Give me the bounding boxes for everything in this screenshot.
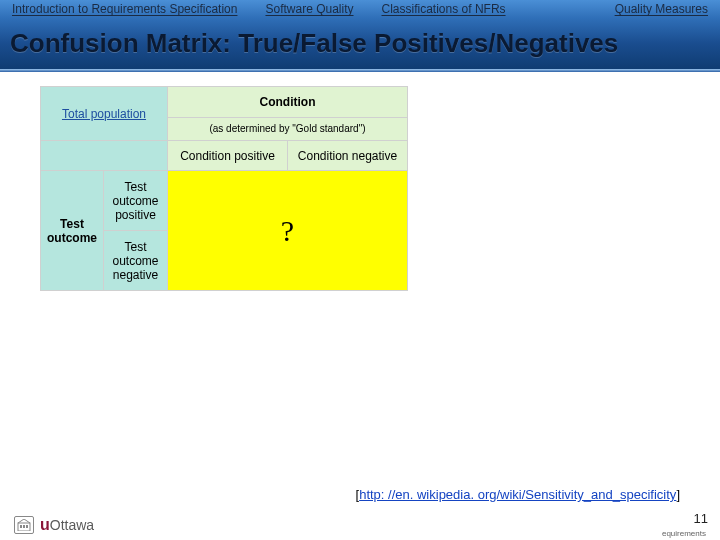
building-icon (14, 516, 34, 534)
university-logo: uOttawa (14, 516, 94, 534)
cell-unknown-quadrants: ? (168, 171, 408, 291)
cell-test-positive: Test outcome positive (104, 171, 168, 231)
tab-nfrs[interactable]: Classifications of NFRs (382, 2, 506, 16)
slide-title: Confusion Matrix: True/False Positives/N… (10, 28, 710, 59)
logo-text: Ottawa (50, 517, 94, 533)
nav-tabs: Introduction to Requirements Specificati… (0, 0, 720, 16)
cell-test-outcome-header: Test outcome (41, 171, 104, 291)
slide-number: 11 (694, 511, 708, 526)
source-link[interactable]: http: //en. wikipedia. org/wiki/Sensitiv… (359, 487, 676, 502)
footer-crumb: equirements (662, 529, 706, 538)
cell-condition-header: Condition (168, 87, 408, 118)
slide-content: Total population Condition (as determine… (0, 72, 720, 504)
tab-intro[interactable]: Introduction to Requirements Specificati… (12, 2, 237, 16)
total-population-link[interactable]: Total population (62, 107, 146, 121)
bracket-close: ] (676, 487, 680, 502)
tab-measures[interactable]: Quality Measures (615, 2, 708, 16)
confusion-matrix-table: Total population Condition (as determine… (40, 86, 408, 291)
source-citation: [http: //en. wikipedia. org/wiki/Sensiti… (356, 487, 680, 502)
cell-condition-subheader: (as determined by "Gold standard") (168, 117, 408, 140)
svg-rect-2 (23, 525, 25, 528)
cell-test-negative: Test outcome negative (104, 231, 168, 291)
svg-rect-1 (20, 525, 22, 528)
slide-header: Introduction to Requirements Specificati… (0, 0, 720, 72)
svg-rect-3 (26, 525, 28, 528)
tab-quality[interactable]: Software Quality (265, 2, 353, 16)
logo-u-letter: u (40, 516, 50, 533)
cell-spacer (41, 141, 168, 171)
cell-total-population: Total population (41, 87, 168, 141)
cell-condition-negative: Condition negative (288, 141, 408, 171)
cell-condition-positive: Condition positive (168, 141, 288, 171)
slide-footer: uOttawa 11 equirements (0, 504, 720, 540)
